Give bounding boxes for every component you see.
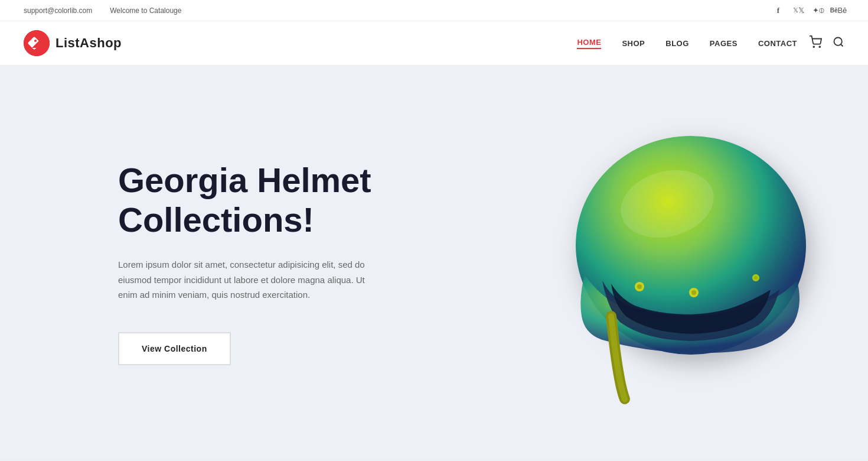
hero-section: Georgia Helmet Collections! Lorem ipsum …	[0, 66, 868, 460]
svg-point-4	[34, 40, 37, 42]
helmet-image	[526, 109, 833, 417]
cart-icon[interactable]	[809, 35, 822, 51]
nav-home[interactable]: HOME	[577, 38, 601, 49]
top-bar-welcome: Welcome to Catalouge	[110, 7, 181, 15]
main-nav: HOME SHOP BLOG PAGES CONTACT	[577, 38, 797, 49]
hero-description: Lorem ipsum dolor sit amet, consectetur …	[118, 257, 372, 303]
nav-blog[interactable]: BLOG	[665, 39, 689, 48]
hero-content: Georgia Helmet Collections! Lorem ipsum …	[118, 161, 425, 365]
svg-point-7	[819, 46, 820, 47]
logo-area[interactable]: ListAshop	[24, 30, 122, 56]
behance-icon[interactable]: Bē	[833, 5, 844, 17]
hero-image-area	[526, 109, 833, 417]
svg-point-14	[691, 290, 696, 295]
logo-name: ListAshop	[56, 35, 122, 51]
svg-point-12	[637, 284, 642, 289]
top-bar-email: support@colorlib.com	[24, 7, 92, 15]
logo-icon	[24, 30, 50, 56]
hero-title: Georgia Helmet Collections!	[118, 161, 425, 239]
svg-point-6	[813, 46, 814, 47]
twitter-icon[interactable]: 𝕏	[792, 5, 804, 17]
svg-line-9	[841, 44, 843, 46]
svg-point-8	[834, 37, 842, 45]
nav-shop[interactable]: SHOP	[622, 39, 645, 48]
svg-point-17	[754, 276, 758, 280]
nav-actions	[809, 35, 844, 51]
facebook-icon[interactable]	[772, 5, 784, 17]
top-bar-left: support@colorlib.com Welcome to Cataloug…	[24, 7, 772, 15]
view-collection-button[interactable]: View Collection	[118, 332, 231, 365]
nav-contact[interactable]: CONTACT	[758, 39, 797, 48]
top-bar: support@colorlib.com Welcome to Cataloug…	[0, 0, 868, 21]
nav-pages[interactable]: PAGES	[710, 39, 738, 48]
header: ListAshop HOME SHOP BLOG PAGES CONTACT	[0, 21, 868, 66]
top-bar-social: 𝕏 Bē	[772, 5, 844, 17]
search-icon[interactable]	[833, 36, 844, 51]
pinterest-icon[interactable]	[812, 5, 824, 17]
